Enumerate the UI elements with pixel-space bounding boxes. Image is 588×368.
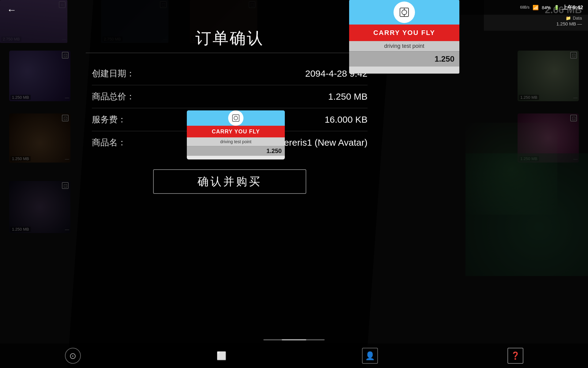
battery-level: 84%	[542, 5, 551, 10]
product-preview-brand: CARRY YOU FLY	[349, 25, 459, 41]
battery-icon: 🔋	[554, 5, 559, 10]
data-sub-size: 1.250 MB	[556, 21, 576, 26]
status-bar: 68B/s 📶 84% 🔋 上午9:42	[459, 0, 588, 15]
profile-icon: 👤	[365, 351, 375, 361]
product-card-icon	[228, 110, 243, 126]
wifi-icon: 📶	[533, 5, 539, 10]
data-label-row: 📁 Data	[566, 16, 582, 21]
service-label: 服务费：	[92, 114, 126, 125]
data-sub-row: 1.250 MB —	[556, 21, 582, 26]
product-card-subtitle: driving test point	[187, 137, 285, 146]
network-speed: 68B/s	[520, 5, 530, 10]
back-button[interactable]: ←	[3, 3, 20, 17]
nav-item-help[interactable]: ❓	[507, 348, 523, 364]
product-name-value: Cereris1 (New Avatar)	[277, 137, 368, 148]
nav-item-gallery[interactable]: ⬜	[210, 349, 232, 363]
svg-point-5	[234, 116, 238, 120]
nav-item-home[interactable]: ⊙	[65, 348, 81, 364]
help-icon: ❓	[511, 351, 520, 360]
folder-icon: 📁	[566, 16, 571, 21]
order-total-row: 商品总价： 1.250 MB	[86, 85, 374, 108]
home-icon: ⊙	[69, 351, 76, 361]
modal-divider	[86, 53, 374, 53]
date-label: 创建日期：	[92, 68, 135, 79]
data-label: Data	[573, 16, 582, 21]
product-card-brand: CARRY YOU FLY	[187, 126, 285, 137]
product-name-label: 商品名：	[92, 137, 126, 148]
product-card-small: CARRY YOU FLY driving test point 1.250	[187, 110, 285, 159]
modal-title: 订单确认	[86, 28, 374, 49]
bottom-nav: ⊙ ⬜ 👤 ❓	[0, 343, 588, 368]
service-value: 16.000 KB	[325, 114, 368, 125]
product-preview-card: CARRY YOU FLY driving test point 1.250	[349, 0, 459, 74]
total-label: 商品总价：	[92, 91, 135, 102]
svg-point-1	[402, 10, 407, 15]
order-date-row: 创建日期： 2094-4-28 9:42	[86, 62, 374, 85]
time-display: 上午9:42	[562, 4, 583, 11]
nav-item-profile[interactable]: 👤	[362, 348, 378, 364]
scroll-indicator	[263, 339, 325, 340]
svg-rect-4	[232, 115, 239, 121]
product-card-top	[187, 110, 285, 126]
product-preview-top	[349, 0, 459, 25]
scroll-thumb	[282, 339, 306, 340]
data-sub-icon: —	[577, 21, 582, 26]
product-preview-subtitle: driving test point	[349, 41, 459, 51]
total-value: 1.250 MB	[328, 91, 368, 102]
product-preview-price: 1.250	[349, 51, 459, 67]
product-preview-icon	[394, 2, 415, 23]
product-card-price: 1.250	[187, 146, 285, 156]
confirm-purchase-button[interactable]: 确认并购买	[153, 169, 306, 194]
gallery-icon: ⬜	[217, 351, 226, 361]
